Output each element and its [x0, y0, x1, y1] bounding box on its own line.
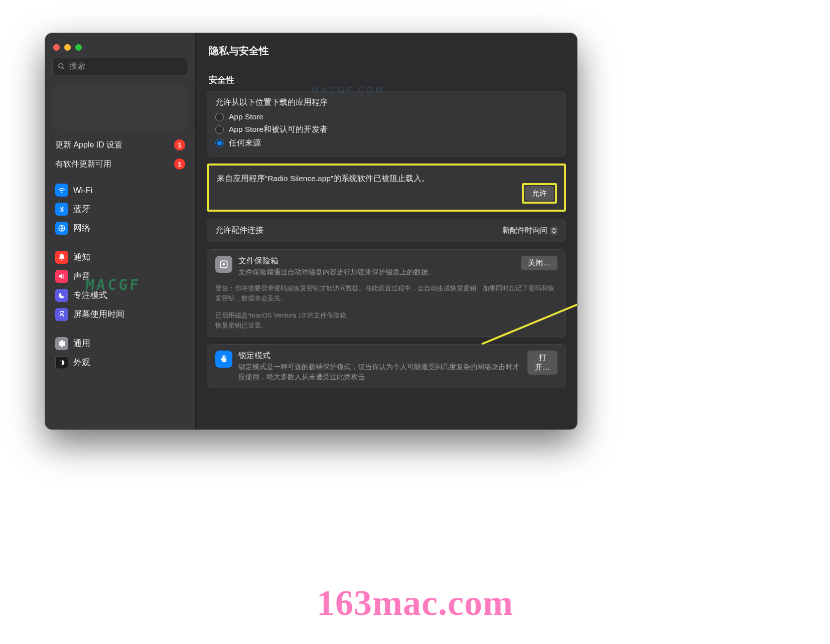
- fade-gradient: [196, 416, 577, 429]
- alert-apple-id[interactable]: 更新 Apple ID 设置 1: [50, 135, 190, 154]
- filevault-panel: 文件保险箱 文件保险箱通过自动对磁盘内容进行加密来保护磁盘上的数据。 关闭… 警…: [207, 249, 566, 337]
- alert-label: 更新 Apple ID 设置: [55, 140, 122, 150]
- filevault-desc: 文件保险箱通过自动对磁盘内容进行加密来保护磁盘上的数据。: [238, 267, 435, 277]
- sidebar-item-network[interactable]: 网络: [50, 219, 190, 238]
- blocked-extension-panel: 来自应用程序“Radio Silence.app”的系统软件已被阻止载入。 允许: [207, 164, 566, 212]
- search-input[interactable]: 搜索: [52, 58, 188, 75]
- option-label: App Store和被认可的开发者: [229, 124, 328, 135]
- sidebar-item-label: 专注模式: [73, 290, 107, 301]
- sidebar-item-label: 通知: [73, 252, 90, 263]
- minimize-icon[interactable]: [64, 44, 71, 51]
- sidebar: 搜索 更新 Apple ID 设置 1 有软件更新可用 1 Wi-Fi 蓝牙: [45, 33, 196, 429]
- nav-group-2: 通知 声音 专注模式 屏幕使用时间: [45, 245, 195, 324]
- sidebar-item-label: Wi-Fi: [73, 186, 92, 195]
- alerts-section: 更新 Apple ID 设置 1 有软件更新可用 1: [45, 135, 195, 174]
- search-icon: [58, 63, 65, 70]
- gear-icon: [55, 337, 68, 350]
- filevault-warning: 警告：你将需要登录密码或恢复密钥才能访问数据。在此设置过程中，会自动生成恢复密钥…: [215, 283, 558, 303]
- main-content: 隐私与安全性 安全性 允许从以下位置下载的应用程序 App Store App …: [196, 33, 577, 429]
- bell-icon: [55, 251, 68, 264]
- sidebar-item-appearance[interactable]: 外观: [50, 353, 190, 372]
- filevault-status-1: 已启用磁盘“macOS Ventura 13”的文件保险箱。: [215, 310, 558, 320]
- sidebar-item-focus[interactable]: 专注模式: [50, 286, 190, 305]
- download-option-appstore[interactable]: App Store: [215, 111, 558, 123]
- maximize-icon[interactable]: [75, 44, 82, 51]
- system-settings-window: 搜索 更新 Apple ID 设置 1 有软件更新可用 1 Wi-Fi 蓝牙: [45, 33, 577, 429]
- search-placeholder: 搜索: [69, 61, 85, 72]
- accessory-value: 新配件时询问: [502, 226, 547, 235]
- hand-icon: [215, 351, 232, 368]
- filevault-icon: [215, 256, 232, 273]
- chevron-updown-icon: [550, 227, 558, 235]
- lockdown-panel: 锁定模式 锁定模式是一种可选的极端保护模式，仅当你认为个人可能遭受到高度复杂的网…: [207, 344, 566, 388]
- accessory-panel: 允许配件连接 新配件时询问: [207, 219, 566, 242]
- sidebar-item-label: 声音: [73, 271, 90, 282]
- lockdown-desc: 锁定模式是一种可选的极端保护模式，仅当你认为个人可能遭受到高度复杂的网络攻击时才…: [238, 362, 521, 382]
- option-label: App Store: [229, 112, 263, 121]
- accessory-select[interactable]: 新配件时询问: [502, 226, 558, 235]
- security-section-title: 安全性: [196, 65, 577, 91]
- radio-icon: [215, 125, 224, 134]
- download-option-anywhere[interactable]: 任何来源: [215, 136, 558, 150]
- hourglass-icon: [55, 308, 68, 321]
- svg-point-0: [59, 64, 63, 68]
- svg-point-5: [223, 263, 225, 266]
- download-sources-label: 允许从以下位置下载的应用程序: [215, 97, 558, 108]
- nav-group-1: Wi-Fi 蓝牙 网络: [45, 178, 195, 238]
- sidebar-item-label: 网络: [73, 223, 90, 234]
- alert-software-update[interactable]: 有软件更新可用 1: [50, 154, 190, 174]
- page-title: 隐私与安全性: [196, 33, 577, 65]
- wifi-icon: [55, 184, 68, 197]
- lockdown-title: 锁定模式: [238, 351, 521, 361]
- sidebar-item-label: 外观: [73, 357, 90, 368]
- sidebar-item-general[interactable]: 通用: [50, 334, 190, 353]
- download-option-identified[interactable]: App Store和被认可的开发者: [215, 123, 558, 136]
- footer-brand: 163mac.com: [0, 582, 830, 624]
- alert-badge: 1: [174, 139, 185, 150]
- bluetooth-icon: [55, 203, 68, 216]
- sidebar-item-label: 屏幕使用时间: [73, 309, 124, 320]
- alert-label: 有软件更新可用: [55, 159, 111, 170]
- option-label: 任何来源: [229, 138, 261, 148]
- close-icon[interactable]: [53, 44, 60, 51]
- allow-button-highlight: 允许: [522, 183, 557, 204]
- svg-line-1: [62, 67, 64, 69]
- sidebar-item-notifications[interactable]: 通知: [50, 248, 190, 267]
- lockdown-toggle-button[interactable]: 打开…: [527, 351, 558, 375]
- apple-id-profile[interactable]: [52, 83, 188, 130]
- filevault-status-2: 恢复密钥已设置。: [215, 320, 558, 331]
- sidebar-item-label: 通用: [73, 338, 90, 349]
- blocked-message: 来自应用程序“Radio Silence.app”的系统软件已被阻止载入。: [217, 174, 556, 184]
- appearance-icon: [55, 356, 68, 369]
- filevault-toggle-button[interactable]: 关闭…: [521, 256, 558, 270]
- globe-icon: [55, 222, 68, 235]
- nav-group-3: 通用 外观: [45, 331, 195, 372]
- sidebar-item-wifi[interactable]: Wi-Fi: [50, 181, 190, 200]
- download-sources-panel: 允许从以下位置下载的应用程序 App Store App Store和被认可的开…: [207, 91, 566, 156]
- sidebar-item-screentime[interactable]: 屏幕使用时间: [50, 305, 190, 324]
- moon-icon: [55, 289, 68, 302]
- radio-icon: [215, 113, 224, 121]
- sidebar-item-label: 蓝牙: [73, 204, 90, 215]
- window-controls: [45, 38, 195, 56]
- sidebar-item-bluetooth[interactable]: 蓝牙: [50, 200, 190, 219]
- speaker-icon: [55, 270, 68, 283]
- sidebar-item-sound[interactable]: 声音: [50, 267, 190, 286]
- accessory-label: 允许配件连接: [215, 225, 263, 236]
- alert-badge: 1: [174, 158, 185, 170]
- allow-button[interactable]: 允许: [525, 186, 554, 201]
- filevault-title: 文件保险箱: [238, 256, 435, 266]
- radio-icon: [215, 139, 224, 147]
